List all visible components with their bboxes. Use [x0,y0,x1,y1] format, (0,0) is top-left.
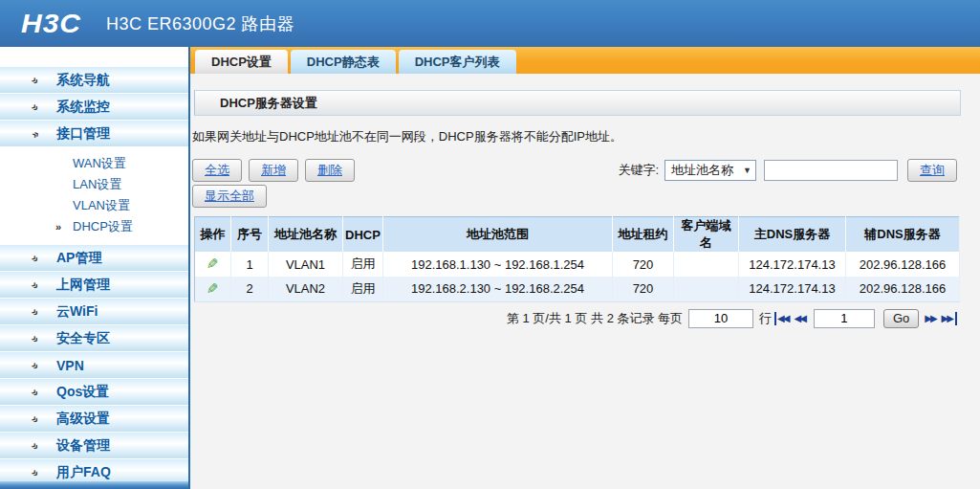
nav-bullet-icon: » [26,249,45,268]
cell-secondary-dns: 202.96.128.166 [846,277,960,301]
tab-label: DHCP静态表 [307,54,380,71]
sidebar-item-qos[interactable]: » Qos设置 [0,379,188,405]
cell-client-domain [674,277,739,301]
sidebar-item-system-monitor[interactable]: » 系统监控 [0,94,188,120]
dhcp-note-text: 如果网关地址与DHCP地址池不在同一网段，DHCP服务器将不能分配IP地址。 [192,128,963,145]
show-all-button[interactable]: 显示全部 [192,185,267,208]
toolbar-row2: 显示全部 [192,185,963,208]
cell-primary-dns: 124.172.174.13 [739,252,846,277]
rows-label: 行 [759,310,772,327]
active-submenu-arrow-icon: » [55,216,61,237]
tab-dhcp-static-table[interactable]: DHCP静态表 [291,50,396,74]
search-button[interactable]: 查询 [907,159,957,182]
sidebar-item-label: AP管理 [56,250,101,267]
section-title: DHCP服务器设置 [194,90,961,116]
edit-pencil-icon[interactable]: ✎ [207,256,219,273]
submenu-item-dhcp[interactable]: » DHCP设置 [0,216,188,237]
keyword-type-select[interactable]: 地址池名称 ▼ [664,160,756,181]
last-page-icon[interactable]: ▶▶ [942,312,957,325]
main-content: DHCP设置 DHCP静态表 DHCP客户列表 DHCP服务器设置 如果网关地址… [190,47,980,489]
cell-primary-dns: 124.172.174.13 [739,277,846,301]
nav-bullet-icon: » [26,436,45,456]
submenu-item-label: DHCP设置 [73,219,133,233]
nav-bullet-icon: » [26,276,45,295]
add-button[interactable]: 新增 [249,159,298,182]
nav-bullet-icon: » [26,356,45,375]
keyword-selected-option: 地址池名称 [671,162,733,179]
sidebar-item-label: 接口管理 [56,125,110,143]
submenu-item-wan[interactable]: WAN设置 [0,153,188,174]
prev-page-icon[interactable]: ◀◀ [794,312,804,325]
cell-dhcp-status: 启用 [343,277,383,301]
col-header-pool-name: 地址池名称 [269,217,343,253]
nav-bullet-icon: » [26,302,45,322]
sidebar-item-label: 设备管理 [56,437,110,455]
table-row: ✎ 2 VLAN2 启用 192.168.2.130 ~ 192.168.2.2… [195,277,960,301]
pagination-bar: 第 1 页/共 1 页 共 2 条记录 每页 行 ◀◀ ◀◀ Go ▶▶ ▶▶ [192,309,960,328]
top-header: H3C H3C ER6300G2 路由器 [0,0,980,47]
table-header-row: 操作 序号 地址池名称 DHCP 地址池范围 地址租约 客户端域名 主DNS服务… [195,217,960,253]
tab-dhcp-settings[interactable]: DHCP设置 [195,50,288,74]
next-page-icon[interactable]: ▶▶ [925,312,935,325]
sidebar-item-label: 用户FAQ [56,464,111,481]
cell-pool-name: VLAN1 [269,252,343,277]
cell-lease: 720 [613,277,674,301]
col-header-action: 操作 [195,217,231,253]
sidebar-bottom-strip [0,481,188,489]
submenu-item-lan[interactable]: LAN设置 [0,174,188,195]
nav-bullet-icon: » [26,383,45,402]
col-header-lease: 地址租约 [613,217,674,253]
sidebar-item-device-mgmt[interactable]: » 设备管理 [0,433,188,458]
col-header-secondary-dns: 辅DNS服务器 [846,217,960,253]
submenu-item-vlan[interactable]: VLAN设置 [0,195,188,216]
page-number-input[interactable] [814,309,875,328]
col-header-seq: 序号 [231,217,269,253]
sidebar-item-cloud-wifi[interactable]: » 云WiFi [0,299,188,324]
router-admin-app: H3C H3C ER6300G2 路由器 » 系统导航 » 系统监控 » 接口管… [0,0,980,489]
dhcp-server-panel: DHCP服务器设置 如果网关地址与DHCP地址池不在同一网段，DHCP服务器将不… [192,90,963,328]
sidebar-item-label: VPN [56,358,84,373]
nav-bullet-icon: » [26,463,45,482]
cell-lease: 720 [613,252,674,277]
col-header-range: 地址池范围 [383,217,613,253]
interface-mgmt-submenu: WAN设置 LAN设置 VLAN设置 » DHCP设置 [0,147,188,245]
first-page-icon[interactable]: ◀◀ [774,312,788,325]
cell-secondary-dns: 202.96.128.166 [846,252,960,277]
cell-client-domain [674,252,739,277]
col-header-primary-dns: 主DNS服务器 [739,217,846,253]
nav-bullet-icon: » [26,124,44,143]
sidebar-item-internet-mgmt[interactable]: » 上网管理 [0,272,188,298]
cell-dhcp-status: 启用 [343,252,383,277]
sidebar-item-label: 系统导航 [56,72,110,89]
sidebar-item-ap-mgmt[interactable]: » AP管理 [0,245,188,271]
sidebar-item-label: 系统监控 [56,99,110,116]
dhcp-pool-table: 操作 序号 地址池名称 DHCP 地址池范围 地址租约 客户端域名 主DNS服务… [194,216,960,302]
sidebar-nav: » 系统导航 » 系统监控 » 接口管理 WAN设置 LAN设置 VLAN设置 [0,47,190,489]
edit-pencil-icon[interactable]: ✎ [207,280,219,298]
keyword-search-group: 关键字: 地址池名称 ▼ 查询 [618,159,957,182]
h3c-logo: H3C [21,9,81,38]
page-title: H3C ER6300G2 路由器 [106,12,294,35]
col-header-client-domain: 客户端域名 [674,217,739,253]
nav-bullet-icon: » [26,329,45,348]
go-button[interactable]: Go [883,309,919,328]
select-all-button[interactable]: 全选 [192,159,242,182]
tab-label: DHCP设置 [211,54,272,71]
col-header-dhcp: DHCP [343,217,383,253]
sidebar-item-vpn[interactable]: » VPN [0,352,188,378]
cell-seq: 1 [231,252,269,277]
sidebar-item-interface-mgmt[interactable]: » 接口管理 [0,121,188,146]
keyword-input[interactable] [764,160,898,181]
tab-dhcp-client-list[interactable]: DHCP客户列表 [399,50,516,74]
delete-button[interactable]: 删除 [305,159,355,182]
cell-range: 192.168.1.130 ~ 192.168.1.254 [383,252,613,277]
submenu-item-label: LAN设置 [73,177,121,191]
sidebar-item-system-nav[interactable]: » 系统导航 [0,67,188,93]
cell-range: 192.168.2.130 ~ 192.168.2.254 [383,277,613,301]
sidebar-item-security-zone[interactable]: » 安全专区 [0,325,188,351]
cell-seq: 2 [231,277,269,301]
table-row: ✎ 1 VLAN1 启用 192.168.1.130 ~ 192.168.1.2… [195,252,960,277]
sidebar-item-advanced[interactable]: » 高级设置 [0,406,188,432]
rows-per-page-input[interactable] [688,309,753,328]
nav-bullet-icon: » [26,98,45,117]
